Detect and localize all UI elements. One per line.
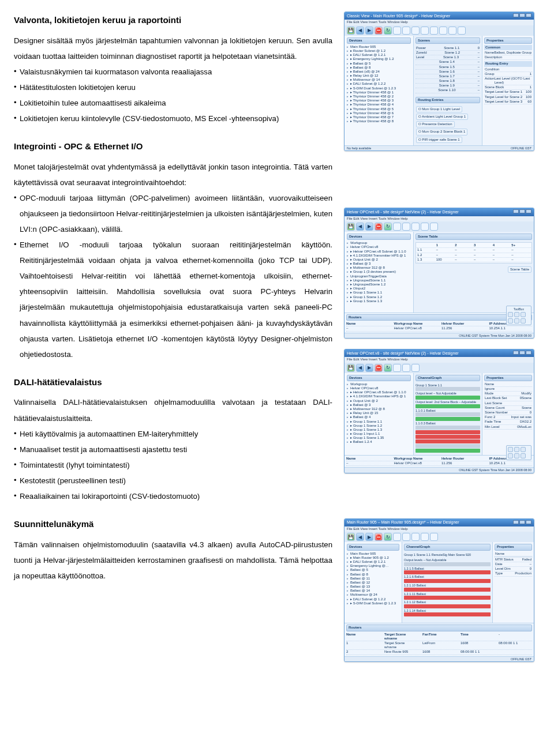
window-buttons[interactable] — [512, 351, 531, 356]
tool-icon[interactable] — [439, 27, 447, 35]
tree-node[interactable]: ▸ Thyristor Dimmer 458 @ 6 — [347, 111, 411, 115]
toolbar[interactable]: 💾 ◀ ▶ ⛔ ↻ — [345, 532, 534, 542]
palette-button[interactable] — [521, 453, 526, 458]
forward-icon[interactable]: ▶ — [365, 364, 373, 372]
save-icon[interactable]: 💾 — [347, 223, 355, 231]
tree-node[interactable]: ▸ Ballast @ 3 — [347, 262, 411, 266]
tree-node[interactable]: Ballast @ 5 — [347, 568, 399, 572]
tool-icon[interactable] — [402, 223, 410, 231]
tree-node[interactable]: ▸ Thyristor Dimmer 458 @ 2 — [347, 95, 411, 99]
refresh-icon[interactable]: ↻ — [384, 27, 392, 35]
tree-node[interactable]: ▸ 4.1.DIGIDIM Transmitter HPS @ 1 — [347, 254, 411, 258]
tool-icon[interactable] — [393, 364, 401, 372]
tree-node[interactable]: Workgroup — [347, 382, 411, 386]
tree-node[interactable]: Helvar OPCnet.v8 — [347, 386, 411, 390]
tree-node[interactable]: ▸ Emergency Lighting @ 1.2 — [347, 57, 411, 61]
tree-node[interactable]: ▸ Thyristor Dimmer 458 @ 3 — [347, 99, 411, 103]
menubar[interactable]: File Edit View Insert Tools Window Help — [345, 20, 534, 25]
tree-node[interactable]: Ballast @ 8 — [347, 573, 399, 577]
tree-node[interactable]: Main Router 905 — [347, 45, 411, 49]
tree-node[interactable]: ▸ Relay Unit @ 12 — [347, 74, 411, 78]
save-icon[interactable]: 💾 — [347, 533, 355, 541]
palette-button[interactable] — [508, 318, 513, 324]
toolbar[interactable]: 💾 ◀ ▶ ⛔ ↻ — [345, 363, 534, 373]
menubar[interactable]: File Edit View Insert Tools Window Help — [345, 216, 534, 221]
tree-panel[interactable]: Devices WorkgroupHelvar OPCnet.v8▸ Helva… — [345, 373, 414, 455]
palette-button[interactable] — [514, 453, 519, 458]
tree-node[interactable]: Main Router 905 — [347, 552, 399, 556]
tree-node[interactable]: ▸ DALI Subnet @ 1.2.1 — [347, 53, 411, 57]
tree-node[interactable]: ▸ Ballast 1.2.4 — [347, 440, 411, 444]
save-icon[interactable]: 💾 — [347, 364, 355, 372]
tool-icon[interactable] — [411, 533, 420, 541]
scene-table-button[interactable]: Scene Table — [508, 266, 531, 273]
forward-icon[interactable]: ▶ — [365, 27, 373, 35]
back-icon[interactable]: ◀ — [356, 364, 364, 372]
tree-node[interactable]: ▸ Ballast @ 3 — [347, 403, 411, 407]
toolbar[interactable]: 💾 ◀ ▶ ⛔ ↻ — [345, 25, 534, 36]
window-buttons[interactable] — [512, 209, 531, 215]
refresh-icon[interactable]: ↻ — [384, 533, 392, 541]
tree-node[interactable]: ▸ DALI Subnet @ 1.2.1 — [347, 560, 399, 564]
forward-icon[interactable]: ▶ — [365, 533, 373, 541]
routing-pill[interactable]: O Ambient Light Level Group 1 — [416, 114, 468, 120]
tree-node[interactable]: ▸ Thyristor Dimmer 458 @ 7 — [347, 115, 411, 119]
tree-node[interactable]: ▸ UngroupedScene 1.1 — [347, 279, 411, 283]
tree-node[interactable]: ▸ Helvar OPCnet.v8 Subnet @ 1.1.0 — [347, 250, 411, 254]
toolbar[interactable]: 💾 ◀ ▶ ⛔ ↻ — [345, 221, 534, 232]
tree-panel[interactable]: Devices Main Router 905▸ Router Subnet @… — [345, 36, 414, 145]
tree-node[interactable]: ▸ Ballast @ 5 — [347, 62, 411, 66]
tree-node[interactable]: ▸ Ballast (x8) @ 24 — [347, 70, 411, 74]
window-buttons[interactable] — [512, 13, 531, 18]
palette-button[interactable] — [508, 453, 513, 458]
tree-node[interactable]: ▸ Thyristor Dimmer 458 @ 4 — [347, 103, 411, 107]
tree-node[interactable]: ▸ Thyristor Dimmer 458 @ 5 — [347, 107, 411, 111]
back-icon[interactable]: ◀ — [356, 27, 364, 35]
tool-icon[interactable] — [448, 27, 456, 35]
tool-icon[interactable] — [421, 223, 429, 231]
refresh-icon[interactable]: ↻ — [384, 364, 392, 372]
tool-icon[interactable] — [421, 533, 429, 541]
menubar[interactable]: File Edit View Insert Tools Window Help — [345, 526, 534, 532]
forward-icon[interactable]: ▶ — [365, 223, 373, 231]
tool-icon[interactable] — [430, 533, 438, 541]
palette-button[interactable] — [521, 312, 526, 317]
routing-pill[interactable]: O PIR trigger safe Scene 1 — [416, 137, 462, 143]
palette-button[interactable] — [514, 447, 519, 452]
tree-node[interactable]: ▸ Group 1 Scene 1.3 — [347, 299, 411, 303]
stop-icon[interactable]: ⛔ — [375, 27, 383, 35]
tree-node[interactable]: Ballast @ 14 — [347, 589, 399, 593]
routing-pill[interactable]: O Mon Group 1 Light Level — [416, 106, 462, 112]
tool-icon[interactable] — [430, 27, 438, 35]
tree-node[interactable]: ▸ Thyristor Dimmer 458 @ 1 — [347, 91, 411, 95]
tree-node[interactable]: ▸ Ballast @ 8 — [347, 66, 411, 70]
save-icon[interactable]: 💾 — [347, 27, 355, 35]
back-icon[interactable]: ◀ — [356, 223, 364, 231]
tree-node[interactable]: Ballast @ 11 — [347, 577, 399, 581]
tree-node[interactable]: ▸ UngroupedScene 1.2 — [347, 283, 411, 287]
tree-node[interactable]: ▸ Group 1 (3 devices present) — [347, 270, 411, 274]
tree-node[interactable]: ▸ Output Unit @ 2 — [347, 258, 411, 262]
palette-button[interactable] — [521, 447, 526, 452]
tree-node[interactable]: ▸ S-DIM Dual Subnet @ 1.2.3 — [347, 601, 399, 605]
tree-node[interactable]: Emergency Lighting @… — [347, 564, 399, 568]
tree-node[interactable]: ▸ Group 1 Scene 1.35 — [347, 436, 411, 440]
tree-node[interactable]: ▸ Group 1 Input 1.1 — [347, 432, 411, 436]
tree-node[interactable]: Ballast @ 12 — [347, 581, 399, 585]
back-icon[interactable]: ◀ — [356, 533, 364, 541]
tree-node[interactable]: ▸ OInput2 — [347, 287, 411, 291]
tree-node[interactable]: ▸ DALI Subnet @ 1.2.2 — [347, 597, 399, 601]
palette-button[interactable] — [514, 312, 519, 317]
tree-node[interactable]: ▸ Group 1 Scene 1.2 — [347, 424, 411, 428]
routing-pill[interactable]: O Mon Group 2 Scene Block 1 — [416, 129, 467, 135]
palette-button[interactable] — [514, 318, 519, 324]
tool-icon[interactable] — [458, 27, 466, 35]
tree-node[interactable]: Workgroup — [347, 241, 411, 245]
tree-node[interactable]: ▸ Group 1 Scene 1.1 — [347, 291, 411, 295]
tool-icon[interactable] — [393, 223, 401, 231]
stop-icon[interactable]: ⛔ — [375, 364, 383, 372]
tool-icon[interactable] — [402, 533, 410, 541]
tree-node[interactable]: ▸ Multisensor @ 14 — [347, 78, 411, 82]
tool-icon[interactable] — [402, 364, 410, 372]
tree-panel[interactable]: Devices WorkgroupHelvar OPCnet.v8▸ Helva… — [345, 232, 414, 313]
